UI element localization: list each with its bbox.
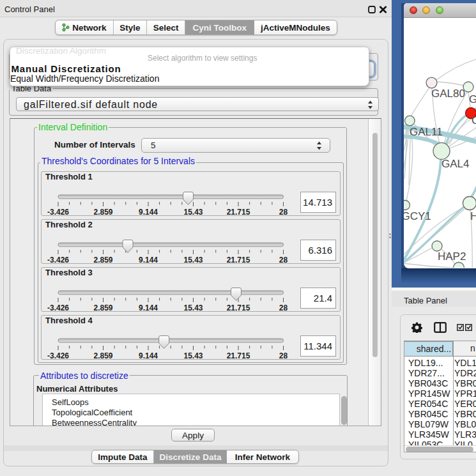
svg-text:15.43: 15.43	[183, 256, 203, 264]
svg-text:GCY1: GCY1	[404, 210, 431, 222]
svg-text:9.144: 9.144	[139, 303, 158, 312]
svg-text:15.43: 15.43	[183, 208, 203, 216]
svg-text:9.144: 9.144	[139, 256, 158, 264]
svg-text:2.859: 2.859	[93, 303, 112, 312]
svg-text:GAL4: GAL4	[441, 158, 469, 170]
svg-text:-3.426: -3.426	[47, 256, 69, 264]
svg-text:-3.426: -3.426	[47, 303, 69, 312]
svg-text:9.144: 9.144	[139, 208, 158, 216]
svg-text:28: 28	[279, 303, 288, 312]
svg-text:C: C	[472, 114, 476, 127]
svg-text:21.715: 21.715	[227, 208, 250, 216]
svg-text:2.859: 2.859	[93, 208, 112, 216]
svg-text:15.43: 15.43	[183, 303, 203, 312]
svg-text:21.715: 21.715	[227, 256, 250, 264]
svg-text:21.715: 21.715	[227, 351, 250, 360]
svg-text:28: 28	[279, 256, 288, 264]
svg-text:28: 28	[279, 208, 288, 216]
svg-text:H: H	[470, 210, 476, 222]
svg-text:15.43: 15.43	[183, 351, 203, 360]
svg-text:HAP2: HAP2	[438, 250, 466, 263]
svg-text:-3.426: -3.426	[47, 208, 69, 216]
svg-text:9.144: 9.144	[139, 351, 158, 360]
svg-text:2.859: 2.859	[93, 256, 112, 264]
svg-text:21.715: 21.715	[227, 303, 250, 312]
svg-text:GAL80: GAL80	[431, 88, 465, 100]
svg-text:GAL11: GAL11	[410, 126, 443, 138]
svg-text:2.859: 2.859	[93, 351, 112, 360]
svg-text:-3.426: -3.426	[47, 351, 69, 360]
svg-text:GA: GA	[469, 93, 476, 105]
svg-text:28: 28	[279, 351, 288, 360]
